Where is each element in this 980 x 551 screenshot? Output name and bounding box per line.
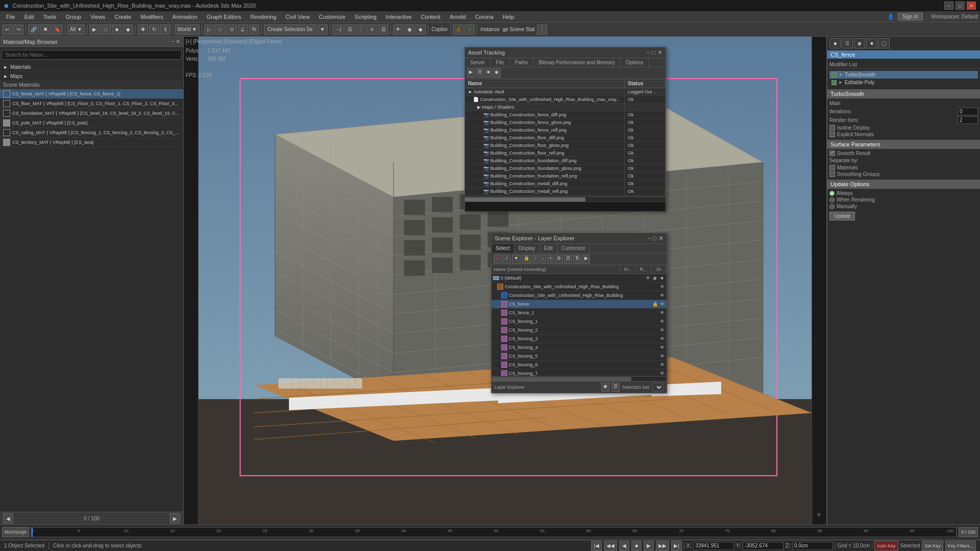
scene-col-r[interactable]: R... bbox=[636, 266, 651, 272]
mat-minimize-btn[interactable]: − bbox=[172, 38, 175, 45]
snap2d-btn[interactable]: □ bbox=[215, 24, 226, 35]
mat-item-floor[interactable]: CS_floor_MAT ( VRayMtl ) [CS_Floor_0, CS… bbox=[0, 99, 183, 109]
scene-item-cs-fencing-6[interactable]: CS_fencing_6 👁 bbox=[492, 361, 667, 369]
asset-close-btn[interactable]: ✕ bbox=[657, 49, 663, 56]
asset-tab-paths[interactable]: Paths bbox=[510, 58, 534, 67]
asset-row-floor-diff[interactable]: 📷 Building_Construction_floor_diff.png O… bbox=[465, 134, 666, 142]
maxscript-btn[interactable]: MAXScript bbox=[2, 527, 29, 537]
when-rendering-radio[interactable] bbox=[829, 197, 835, 203]
mat-prev-btn[interactable]: ◀ bbox=[3, 513, 13, 523]
asset-tab-file[interactable]: File bbox=[491, 58, 509, 67]
menu-views[interactable]: Views bbox=[86, 13, 109, 21]
mat-close-btn[interactable]: ✕ bbox=[176, 38, 180, 45]
frame-counter[interactable]: 0 / 100 bbox=[959, 527, 978, 537]
asset-row-fence-gloss[interactable]: 📷 Building_Construction_fence_gloss.png … bbox=[465, 119, 666, 127]
menu-file[interactable]: File bbox=[2, 13, 19, 21]
asset-btn-1[interactable]: ▶ bbox=[467, 68, 475, 78]
select-btn[interactable]: ▶ bbox=[89, 24, 100, 35]
scene-item-cs-fencing-5[interactable]: CS_fencing_5 👁 bbox=[492, 352, 667, 361]
asset-restore-btn[interactable]: □ bbox=[652, 49, 655, 56]
maximize-btn[interactable]: □ bbox=[955, 2, 965, 10]
scene-restore-btn[interactable]: □ bbox=[653, 235, 656, 242]
scene-item-cs-fencing-3[interactable]: CS_fencing_3 👁 bbox=[492, 335, 667, 343]
scene-btn-lock[interactable]: 🔒 bbox=[522, 255, 531, 264]
menu-help[interactable]: Help bbox=[499, 13, 519, 21]
mat-item-pole[interactable]: CS_pole_MAT ( VRayMtl ) [CS_pole] bbox=[0, 118, 183, 128]
asset-scroll-thumb[interactable] bbox=[465, 197, 585, 202]
asset-row-fence-refl[interactable]: 📷 Building_Construction_fence_refl.png O… bbox=[465, 127, 666, 134]
menu-group[interactable]: Group bbox=[61, 13, 85, 21]
align2-btn[interactable]: ⋮ bbox=[356, 24, 366, 35]
scene-item-0-default[interactable]: 0 (default) 👁 ◉ ■ bbox=[492, 274, 667, 283]
scene-btn-add[interactable]: + bbox=[547, 255, 554, 264]
key-filters-btn[interactable]: Key Filters... bbox=[945, 541, 976, 551]
ok-btn[interactable]: ✓ bbox=[464, 24, 475, 35]
explicit-normals-checkbox[interactable] bbox=[829, 132, 835, 137]
select-lasso-btn[interactable]: ■ bbox=[112, 24, 122, 35]
mat-item-fence[interactable]: CS_fence_MAT ( VRayMtl ) [CS_fence, CS_f… bbox=[0, 89, 183, 99]
materials-checkbox[interactable] bbox=[829, 165, 835, 170]
select-paint-btn[interactable]: ◆ bbox=[123, 24, 133, 35]
asset-scrollbar[interactable] bbox=[465, 196, 666, 202]
mod-btn-3[interactable]: ◉ bbox=[854, 38, 865, 48]
layer-btn[interactable]: ☰ bbox=[378, 24, 388, 35]
playback-prev[interactable]: ◀◀ bbox=[604, 541, 617, 551]
smooth-result-checkbox[interactable] bbox=[829, 151, 835, 156]
scene-tab-select[interactable]: Select bbox=[492, 244, 514, 253]
modifier-turbosmooth[interactable]: ▼ TurboSmooth bbox=[829, 71, 978, 79]
menu-graph-editors[interactable]: Graph Editors bbox=[203, 13, 246, 21]
playback-end[interactable]: ▶| bbox=[671, 541, 682, 551]
iterations-input[interactable] bbox=[958, 108, 978, 115]
scene-col-di[interactable]: Di bbox=[651, 266, 667, 272]
undo-btn[interactable]: ↩ bbox=[2, 24, 12, 35]
align3-btn[interactable]: ≡ bbox=[367, 24, 377, 35]
asset-row-found-diff[interactable]: 📷 Building_Construction_foundation_diff.… bbox=[465, 157, 666, 165]
asset-tab-options[interactable]: Options bbox=[621, 58, 649, 67]
playback-play-back[interactable]: ◀ bbox=[619, 541, 629, 551]
display-btn[interactable]: ◉ bbox=[404, 24, 414, 35]
menu-create[interactable]: Create bbox=[110, 13, 135, 21]
turbosmooth-check[interactable] bbox=[831, 72, 837, 78]
update-btn[interactable]: Update bbox=[829, 212, 855, 220]
scene-btn-up[interactable]: ↑ bbox=[532, 255, 539, 264]
asset-btn-4[interactable]: ◉ bbox=[493, 68, 501, 78]
asset-row-main-file[interactable]: 📄 Construction_Site_with_Unfinished_High… bbox=[465, 96, 666, 104]
scene-col-fr[interactable]: Fr... bbox=[621, 266, 636, 272]
selection-set-dropdown[interactable] bbox=[652, 383, 664, 392]
z-coord[interactable] bbox=[792, 542, 833, 550]
render-btn[interactable]: ◆ bbox=[415, 24, 426, 35]
scene-footer-btn2[interactable]: ☰ bbox=[611, 383, 620, 392]
menu-modifiers[interactable]: Modifiers bbox=[136, 13, 167, 21]
auto-key-btn[interactable]: Auto Key bbox=[874, 541, 898, 551]
set-key-btn[interactable]: Set Key bbox=[922, 541, 943, 551]
move-btn[interactable]: ✚ bbox=[138, 24, 148, 35]
editable-poly-expand[interactable]: ► bbox=[839, 80, 843, 85]
snap-btn[interactable]: ▷ bbox=[204, 24, 214, 35]
hide-btn[interactable]: 👁 bbox=[393, 24, 403, 35]
menu-corona[interactable]: Corona bbox=[471, 13, 498, 21]
smoothing-groups-checkbox[interactable] bbox=[829, 171, 835, 177]
scene-btn-check[interactable]: ✓ bbox=[503, 255, 511, 264]
scene-minimize-btn[interactable]: − bbox=[647, 235, 651, 242]
scene-tab-customize[interactable]: Customize bbox=[557, 244, 590, 253]
menu-tools[interactable]: Tools bbox=[39, 13, 61, 21]
asset-tab-bitmap[interactable]: Bitmap Performance and Memory bbox=[533, 58, 621, 67]
asset-tab-server[interactable]: Server bbox=[465, 58, 491, 67]
scene-item-cs-fencing-2[interactable]: CS_fencing_2 👁 bbox=[492, 326, 667, 335]
scene-item-cs-fencing-1[interactable]: CS_fencing_1 👁 bbox=[492, 317, 667, 326]
scene-item-cs-fencing-7[interactable]: CS_fencing_7 👁 bbox=[492, 369, 667, 376]
world-dropdown[interactable]: World ▼ bbox=[175, 24, 200, 35]
asset-path-input[interactable] bbox=[465, 202, 666, 211]
scene-footer-btn1[interactable]: ◉ bbox=[601, 383, 609, 392]
editable-poly-check[interactable] bbox=[831, 80, 837, 85]
scene-btn-x[interactable]: ✕ bbox=[494, 255, 502, 264]
materials-section[interactable]: ► Materials bbox=[0, 63, 183, 72]
mat-search-input[interactable] bbox=[2, 50, 182, 60]
mat-item-foundation[interactable]: CS_foundation_MAT ( VRayMtl ) [CS_level_… bbox=[0, 109, 183, 118]
playback-stop[interactable]: ■ bbox=[631, 541, 642, 551]
y-coord[interactable] bbox=[743, 542, 783, 550]
scene-hscroll-thumb[interactable] bbox=[492, 377, 631, 381]
always-radio[interactable] bbox=[829, 191, 835, 196]
rotate-btn[interactable]: ↻ bbox=[149, 24, 159, 35]
link-btn[interactable]: 🔗 bbox=[28, 24, 39, 35]
